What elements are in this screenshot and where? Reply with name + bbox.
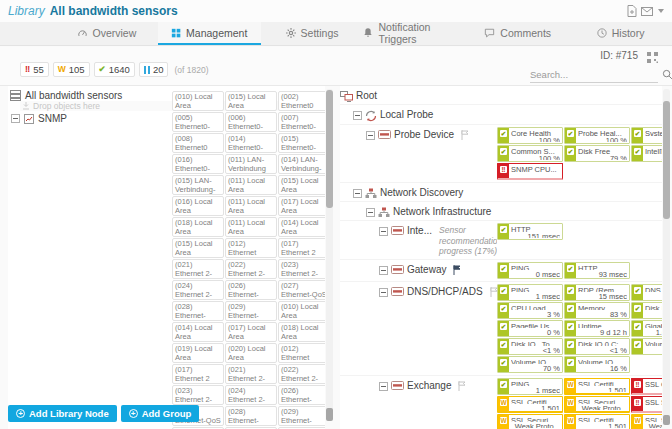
- library-sensor-item[interactable]: (023) Ethernet 2-WFP 802.3: [278, 259, 325, 279]
- sensor-box-ssl-certifi[interactable]: ‼SSL Certifi...: [631, 378, 662, 395]
- library-sensor-item[interactable]: (014) Local Area: [278, 217, 325, 237]
- sensor-box-http[interactable]: ✔HTTP151 msec: [497, 223, 563, 240]
- warning-status-filter[interactable]: W105: [53, 62, 90, 77]
- library-sensor-item[interactable]: (028) Ethernet-WFP 802.3: [172, 301, 224, 321]
- library-sensor-item[interactable]: (011) Local Area: [225, 175, 277, 195]
- tab-comments[interactable]: Comments: [466, 22, 569, 45]
- flag-outline-icon[interactable]: [490, 287, 497, 297]
- library-sensor-item[interactable]: (008) Ethernet0 Traffic: [172, 133, 224, 153]
- library-sensor-item[interactable]: (010) Local Area: [278, 301, 325, 321]
- sensor-box-ping[interactable]: ✔PING1 msec: [497, 284, 563, 301]
- tab-overview[interactable]: Overview: [55, 22, 158, 45]
- search-icon[interactable]: [662, 69, 672, 80]
- library-sensor-item[interactable]: (028) Ethernet-WFP 802.3: [225, 406, 277, 426]
- tree-node-label[interactable]: Probe Device: [394, 129, 454, 140]
- tab-history[interactable]: History: [569, 22, 672, 45]
- sensor-box-disk-free[interactable]: ✔Disk Free79 %: [564, 145, 630, 162]
- collapse-toggle-icon[interactable]: [366, 208, 375, 217]
- sensor-box-ssl-certifi[interactable]: WSSL Certifi...1,501: [564, 378, 630, 395]
- tree-node-label[interactable]: DNS/DHCP/ADS: [407, 286, 483, 297]
- sensor-box-pagefile-us[interactable]: ✔Pagefile Us...0 %: [497, 320, 563, 337]
- tree-node-label[interactable]: Exchange: [407, 380, 451, 391]
- sensor-box-volume-io[interactable]: ✔Volume IO ...70 %: [497, 356, 563, 373]
- library-sensor-item[interactable]: (002) Ethernet0 Traffic: [278, 91, 325, 111]
- library-sensor-item[interactable]: (015) Local Area: [172, 238, 224, 258]
- collapse-toggle-icon[interactable]: [353, 111, 362, 120]
- sensor-box-ssl-securi[interactable]: WSSL Securi...Weak Proto...: [497, 414, 563, 429]
- right-scrollbar-thumb[interactable]: [663, 101, 670, 219]
- library-sensor-item[interactable]: (007) Ethernet0-WFP 802.3: [278, 112, 325, 132]
- sensor-box-core-health[interactable]: ✔Core Health100 %: [497, 127, 563, 144]
- library-sensor-item[interactable]: (019) Local Area: [172, 343, 224, 363]
- library-sensor-item[interactable]: (017) Local Area: [278, 196, 325, 216]
- library-sensor-item[interactable]: (017) Local Area: [225, 322, 277, 342]
- flag-outline-icon[interactable]: [458, 381, 466, 391]
- search-input[interactable]: [530, 67, 662, 82]
- library-sensor-item[interactable]: (021) Ethernet 2-Network: [172, 259, 224, 279]
- sensor-box-http[interactable]: ✔HTTP93 msec: [564, 262, 630, 279]
- library-sensor-item[interactable]: (014) Ethernet0-WFP Native: [225, 133, 277, 153]
- flag-filled-icon[interactable]: [453, 265, 461, 275]
- sensor-box-ssl-certifi[interactable]: WSSL Certifi...1,501: [497, 396, 563, 413]
- library-sensor-item[interactable]: (005) Ethernet0-WFP Native: [172, 112, 224, 132]
- library-sensor-item[interactable]: (024) Ethernet 2-WFP Native: [172, 280, 224, 300]
- library-sensor-item[interactable]: (029) Ethernet-WFP Native: [225, 301, 277, 321]
- report-icon[interactable]: [627, 5, 637, 17]
- library-sensor-item[interactable]: (012) Ethernet Traffic: [225, 238, 277, 258]
- collapse-toggle-icon[interactable]: [379, 288, 388, 297]
- qr-code-icon[interactable]: [647, 49, 658, 67]
- collapse-toggle-icon[interactable]: [11, 114, 20, 123]
- left-scrollbar-end[interactable]: [326, 408, 333, 421]
- sensor-box-volume-io[interactable]: ✔Volume IO ...16 %: [564, 356, 630, 373]
- tree-node-label[interactable]: Network Discovery: [380, 187, 463, 198]
- sensor-box-cpu-load[interactable]: ✔CPU Load3 %: [497, 302, 563, 319]
- library-sensor-item[interactable]: (023) Ethernet 2-WFP 802.3: [172, 385, 224, 405]
- sensor-box-ping[interactable]: ✔PING0 msec: [497, 262, 563, 279]
- collapse-toggle-icon[interactable]: [379, 266, 388, 275]
- sensor-box-gigabit-net[interactable]: ✔Gigabit-Net...1,672 kbit/s: [631, 320, 662, 337]
- library-sensor-item[interactable]: (015) Local Area: [225, 91, 277, 111]
- sensor-box-intel-r-825[interactable]: ✔Intel[R] 825...445 kbit/s: [631, 145, 662, 162]
- library-sensor-item[interactable]: (015) LAN-Verbindung-: [172, 175, 224, 195]
- sensor-box-ping[interactable]: ✔PING1 msec: [497, 378, 563, 395]
- library-sensor-item[interactable]: (011) LAN-Verbindung: [225, 154, 277, 174]
- chevron-down-icon[interactable]: [658, 9, 664, 13]
- sensor-box-ssl-securi[interactable]: WSSL Securi...Weak Proto...: [631, 414, 662, 429]
- library-sensor-item[interactable]: (016) Ethernet0-WFP 802.3: [172, 154, 224, 174]
- tree-node-label[interactable]: Local Probe: [380, 109, 433, 120]
- error-status-filter[interactable]: ‼55: [20, 62, 49, 77]
- tab-notification-triggers[interactable]: Notification Triggers: [363, 22, 466, 45]
- add-library-node-button[interactable]: + Add Library Node: [8, 405, 117, 422]
- library-sensor-item[interactable]: (021) Ethernet 2-Network: [225, 364, 277, 384]
- tree-node-label[interactable]: Network Infrastructure: [393, 206, 491, 217]
- email-icon[interactable]: [641, 7, 653, 16]
- sensor-box-disk-io-0-c[interactable]: ✔Disk IO 0 C:<1 %: [564, 338, 630, 355]
- library-sensor-item[interactable]: (011) Local Area: [225, 196, 277, 216]
- library-sensor-item[interactable]: (026) Ethernet-Network: [278, 385, 325, 405]
- library-sensor-item[interactable]: (016) Local Area: [172, 196, 224, 216]
- sensor-box-ssl-securi[interactable]: ‼SSL Securi...: [631, 396, 662, 413]
- tab-management[interactable]: Management: [158, 22, 261, 45]
- library-sensor-item[interactable]: (018) Local Area: [172, 217, 224, 237]
- library-root-node[interactable]: All bandwidth sensors: [10, 89, 122, 101]
- library-sensor-item[interactable]: (015) Local Area: [278, 175, 325, 195]
- library-sensor-item[interactable]: (011) Local Area: [225, 217, 277, 237]
- tab-settings[interactable]: Settings: [261, 22, 364, 45]
- library-sensor-item[interactable]: (027) Ethernet-QoS Packet: [278, 280, 325, 300]
- add-group-button[interactable]: + Add Group: [121, 405, 200, 422]
- flag-outline-icon[interactable]: [461, 130, 469, 140]
- library-sensor-item[interactable]: (024) Ethernet 2-WFP Native: [225, 385, 277, 405]
- sensor-box-snmp-cpu[interactable]: ‼SNMP CPU...: [497, 163, 563, 180]
- library-sensor-item[interactable]: (026) Ethernet-Network: [225, 280, 277, 300]
- library-sensor-item[interactable]: (022) Ethernet 2-QoS Packet: [278, 364, 325, 384]
- sensor-box-volume-io[interactable]: ✔Volume IO ...70 %: [631, 338, 662, 355]
- sensor-box-probe-heal[interactable]: ✔Probe Heal...100 %: [564, 127, 630, 144]
- sensor-box-uptime[interactable]: ✔Uptime9 d 12 h: [564, 320, 630, 337]
- library-sensor-item[interactable]: (017) Ethernet 2 Traffic: [172, 364, 224, 384]
- sensor-box-disk-free[interactable]: ✔Disk Free71 %: [631, 302, 662, 319]
- library-sensor-item[interactable]: (010) Local Area: [172, 91, 224, 111]
- library-sensor-item[interactable]: (015) Ethernet0-QoS Packet: [278, 133, 325, 153]
- left-scrollbar-thumb[interactable]: [326, 90, 333, 208]
- sensor-box-rdp-rem[interactable]: ✔RDP (Rem...15 msec: [564, 284, 630, 301]
- sensor-box-ssl-securi[interactable]: WSSL Securi...Weak Proto...: [564, 396, 630, 413]
